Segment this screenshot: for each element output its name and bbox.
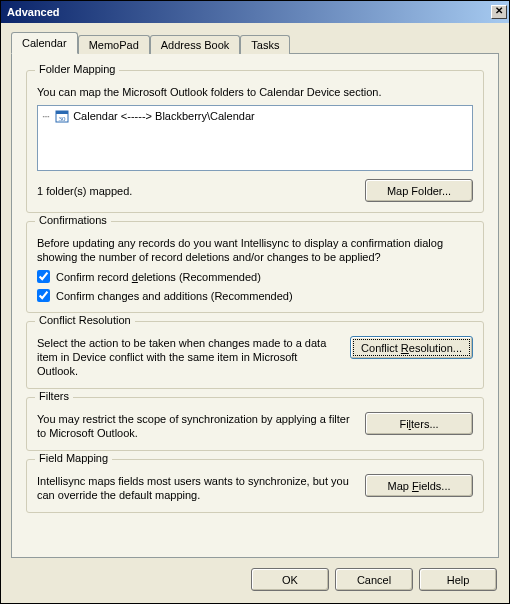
map-fields-button[interactable]: Map Fields... xyxy=(365,474,473,497)
folder-mapping-item-text: Calendar <-----> Blackberry\Calendar xyxy=(73,110,255,122)
tab-memopad[interactable]: MemoPad xyxy=(78,35,150,54)
legend-folder-mapping: Folder Mapping xyxy=(35,63,119,75)
filters-button[interactable]: Filters... xyxy=(365,412,473,435)
svg-text:30: 30 xyxy=(59,115,67,123)
tab-calendar[interactable]: Calendar xyxy=(11,32,78,54)
confirm-changes-label: Confirm changes and additions (Recommend… xyxy=(56,290,293,302)
dialog-content: Calendar MemoPad Address Book Tasks Fold… xyxy=(1,23,509,603)
advanced-dialog: Advanced ✕ Calendar MemoPad Address Book… xyxy=(0,0,510,604)
calendar-icon: 30 xyxy=(55,109,69,123)
legend-conflict-resolution: Conflict Resolution xyxy=(35,314,135,326)
groupbox-confirmations: Confirmations Before updating any record… xyxy=(26,221,484,313)
legend-field-mapping: Field Mapping xyxy=(35,452,112,464)
legend-confirmations: Confirmations xyxy=(35,214,111,226)
list-item[interactable]: ···· 30 Calendar <-----> Blackberry\Cale… xyxy=(42,108,468,124)
groupbox-field-mapping: Field Mapping Intellisync maps fields mo… xyxy=(26,459,484,513)
conflict-resolution-desc: Select the action to be taken when chang… xyxy=(37,336,338,378)
tab-tasks[interactable]: Tasks xyxy=(240,35,290,54)
groupbox-filters: Filters You may restrict the scope of sy… xyxy=(26,397,484,451)
tab-strip: Calendar MemoPad Address Book Tasks xyxy=(11,31,499,53)
folder-mapping-list[interactable]: ···· 30 Calendar <-----> Blackberry\Cale… xyxy=(37,105,473,171)
map-folder-button[interactable]: Map Folder... xyxy=(365,179,473,202)
svg-rect-1 xyxy=(56,111,68,114)
dialog-footer: OK Cancel Help xyxy=(11,558,499,593)
filters-desc: You may restrict the scope of synchroniz… xyxy=(37,412,353,440)
help-button[interactable]: Help xyxy=(419,568,497,591)
confirm-changes-row[interactable]: Confirm changes and additions (Recommend… xyxy=(37,289,473,302)
confirm-deletions-label: Confirm record deletions (Recommended) xyxy=(56,271,261,283)
confirm-changes-checkbox[interactable] xyxy=(37,289,50,302)
titlebar: Advanced ✕ xyxy=(1,1,509,23)
confirm-deletions-row[interactable]: Confirm record deletions (Recommended) xyxy=(37,270,473,283)
folder-mapping-desc: You can map the Microsoft Outlook folder… xyxy=(37,85,473,99)
conflict-resolution-button[interactable]: Conflict Resolution... xyxy=(350,336,473,359)
groupbox-conflict-resolution: Conflict Resolution Select the action to… xyxy=(26,321,484,389)
ok-button[interactable]: OK xyxy=(251,568,329,591)
legend-filters: Filters xyxy=(35,390,73,402)
cancel-button[interactable]: Cancel xyxy=(335,568,413,591)
tree-connector-icon: ···· xyxy=(42,111,49,122)
tab-panel-calendar: Folder Mapping You can map the Microsoft… xyxy=(11,53,499,558)
close-icon[interactable]: ✕ xyxy=(491,5,507,19)
folder-mapping-status: 1 folder(s) mapped. xyxy=(37,184,132,198)
field-mapping-desc: Intellisync maps fields most users wants… xyxy=(37,474,353,502)
confirm-deletions-checkbox[interactable] xyxy=(37,270,50,283)
confirmations-desc: Before updating any records do you want … xyxy=(37,236,473,264)
groupbox-folder-mapping: Folder Mapping You can map the Microsoft… xyxy=(26,70,484,213)
tab-addressbook[interactable]: Address Book xyxy=(150,35,240,54)
window-title: Advanced xyxy=(7,6,491,18)
